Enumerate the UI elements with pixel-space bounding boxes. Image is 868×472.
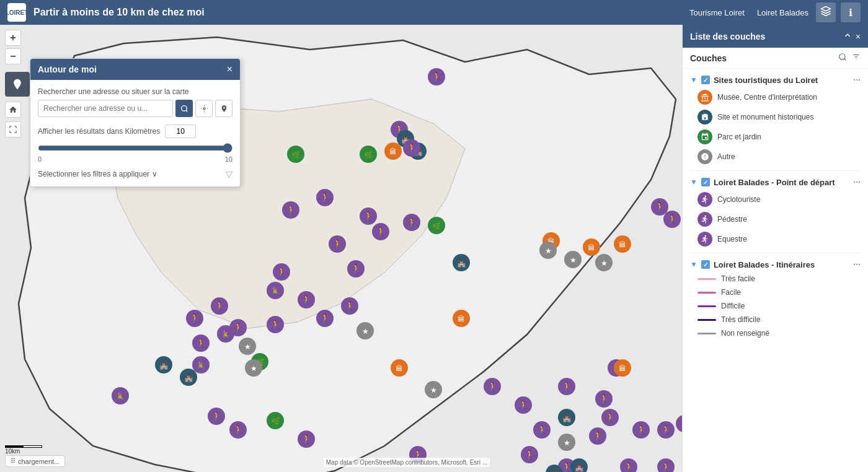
search-button[interactable] — [175, 100, 193, 117]
scale-label: 10km — [5, 448, 42, 455]
app-header: LOIRET Partir à moins de 10 km de chez m… — [0, 0, 868, 25]
pedestre-label: Pédestre — [717, 215, 747, 224]
close-panel-button[interactable]: × — [856, 31, 861, 42]
layer-item-monument: Site et monument historiques — [683, 107, 868, 127]
km-label: Afficher les résultats dans Kilomètres — [38, 127, 160, 136]
layer-group-balades-point: ▼ ✓ Loiret Balades - Point de départ ···… — [683, 171, 868, 253]
tres-difficile-label: Très difficile — [721, 315, 760, 324]
layer-group-itineraires: ▼ ✓ Loiret Balades - Itinéraires ··· Trè… — [683, 253, 868, 344]
map-container[interactable]: 🚶 🚴 🏛 🏰 — [0, 25, 682, 472]
parc-label: Parc et jardin — [717, 133, 761, 141]
group-checkbox-3[interactable]: ✓ — [701, 260, 710, 269]
logo: LOIRET — [7, 3, 26, 22]
km-row: Afficher les résultats dans Kilomètres — [38, 125, 232, 138]
more-options-icon-2[interactable]: ··· — [853, 177, 861, 187]
layer-item-cyclo: Cyclotouriste — [683, 190, 868, 209]
map-attribution: Map data © OpenStreetMap contributors, M… — [324, 458, 490, 467]
tres-facile-line — [698, 278, 716, 280]
cyclo-label: Cyclotouriste — [717, 195, 760, 204]
scale-bar: 10km — [5, 445, 42, 455]
layer-group-header-sites[interactable]: ▼ ✓ Sites touristiques du Loiret ··· — [683, 72, 868, 87]
layers-icon — [820, 6, 831, 19]
layer-item-non-renseigne: Non renseigné — [683, 326, 868, 340]
filter-row-left: Sélectionner les filtres à appliquer ∨ — [38, 170, 157, 178]
collapse-panel-button[interactable] — [843, 31, 852, 42]
svg-point-18 — [839, 54, 845, 59]
search-icon — [180, 105, 188, 113]
autour-header: Autour de moi × — [30, 59, 240, 80]
distance-slider[interactable] — [38, 143, 232, 153]
loading-text: chargement... — [18, 458, 60, 465]
tres-difficile-line — [698, 319, 716, 321]
museum-icon — [698, 90, 712, 105]
extent-button[interactable] — [5, 121, 21, 138]
couches-filter-icon[interactable] — [852, 53, 861, 63]
zoom-out-button[interactable]: − — [5, 48, 21, 64]
svg-marker-0 — [822, 7, 831, 12]
more-options-icon[interactable]: ··· — [853, 75, 861, 85]
more-options-icon-3[interactable]: ··· — [853, 260, 861, 269]
right-panel-header-icons: × — [843, 31, 861, 42]
non-renseigne-label: Non renseigné — [721, 329, 769, 338]
layer-group-header-balades[interactable]: ▼ ✓ Loiret Balades - Point de départ ··· — [683, 175, 868, 190]
group-arrow-icon: ▼ — [690, 76, 698, 84]
pin-icon — [220, 105, 228, 113]
address-search-input[interactable] — [38, 100, 173, 117]
group-checkbox-2[interactable]: ✓ — [701, 178, 710, 186]
layer-item-tres-facile: Très facile — [683, 272, 868, 286]
right-panel-title: Liste des couches — [690, 32, 765, 42]
svg-point-15 — [181, 105, 187, 111]
right-panel: Liste des couches × Couches — [682, 25, 868, 472]
km-input[interactable] — [165, 125, 196, 138]
couches-search-icon[interactable] — [838, 53, 847, 63]
group-title-itineraires: Loiret Balades - Itinéraires — [714, 260, 815, 269]
gps-icon — [200, 105, 208, 113]
chevron-up-icon — [843, 31, 852, 40]
group-title-balades: Loiret Balades - Point de départ — [714, 178, 835, 187]
couches-title-row: Couches — [683, 48, 868, 69]
facile-label: Facile — [721, 288, 741, 297]
pin-button[interactable] — [215, 100, 232, 117]
autour-body: Rechercher une adresse ou situer sur la … — [30, 80, 240, 186]
monument-label: Site et monument historiques — [717, 113, 813, 121]
facile-line — [698, 292, 716, 294]
search-label: Rechercher une adresse ou situer sur la … — [38, 87, 232, 96]
filter-label: Sélectionner les filtres à appliquer — [38, 170, 149, 178]
equestre-icon — [698, 232, 712, 247]
autour-title: Autour de moi — [38, 64, 97, 74]
search-row — [38, 100, 232, 117]
group-title-sites: Sites touristiques du Loiret — [714, 76, 818, 85]
couches-title: Couches — [690, 53, 727, 63]
right-panel-header: Liste des couches × — [683, 25, 868, 48]
layer-item-facile: Facile — [683, 286, 868, 299]
nav-loiret-balades[interactable]: Loiret Balades — [757, 8, 808, 17]
cyclo-icon — [698, 192, 712, 207]
layer-group-header-itineraires[interactable]: ▼ ✓ Loiret Balades - Itinéraires ··· — [683, 257, 868, 272]
non-renseigne-line — [698, 333, 716, 334]
layers-button[interactable] — [816, 2, 836, 22]
autour-panel: Autour de moi × Rechercher une adresse o… — [30, 58, 241, 187]
home-button[interactable] — [5, 102, 21, 118]
svg-line-19 — [844, 59, 846, 61]
loading-dots-icon: ⠿ — [11, 457, 16, 465]
extent-icon — [9, 125, 17, 134]
difficile-label: Difficile — [721, 302, 745, 310]
zoom-in-button[interactable]: + — [5, 30, 21, 46]
slider-labels: 0 10 — [38, 155, 232, 163]
gps-button[interactable] — [195, 100, 213, 117]
person-location-icon — [11, 78, 24, 90]
slider-max-label: 10 — [225, 155, 232, 163]
layer-item-tres-difficile: Très difficile — [683, 313, 868, 326]
group-checkbox[interactable]: ✓ — [701, 76, 710, 84]
pedestre-icon — [698, 212, 712, 227]
autour-close-button[interactable]: × — [227, 64, 232, 75]
location-tool-button[interactable] — [5, 72, 30, 97]
group-arrow-icon-2: ▼ — [690, 178, 698, 186]
filter-funnel-icon[interactable]: ▽ — [226, 169, 232, 179]
layer-item-pedestre: Pédestre — [683, 209, 868, 229]
chevron-down-icon: ∨ — [152, 170, 157, 178]
info-button[interactable]: ℹ — [841, 2, 861, 22]
nav-tourisme-loiret[interactable]: Tourisme Loiret — [689, 8, 745, 17]
tres-facile-label: Très facile — [721, 274, 755, 283]
monument-icon — [698, 110, 712, 125]
